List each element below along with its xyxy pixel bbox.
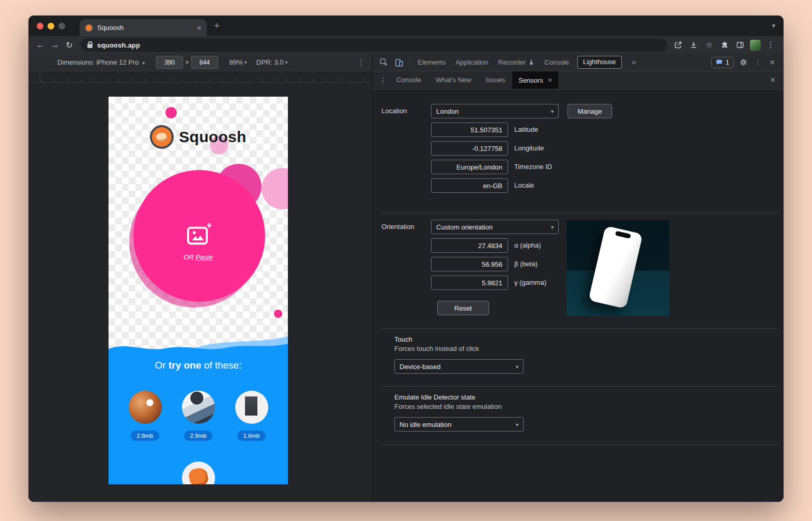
pink-dot-decoration (165, 107, 177, 118)
zoom-dropdown[interactable]: 89% ▾ (229, 58, 247, 66)
close-window-button[interactable] (37, 23, 43, 29)
url-field[interactable]: squoosh.app (81, 38, 667, 52)
console-messages-badge[interactable]: 1 (711, 57, 734, 68)
browser-tab-squoosh[interactable]: Squoosh × (80, 19, 207, 36)
reload-button[interactable]: ↻ (63, 38, 76, 52)
devtools-close-icon[interactable]: × (765, 55, 779, 70)
tab-search-chevron-icon[interactable]: ▾ (772, 22, 775, 29)
viewport-width-input[interactable] (156, 56, 183, 69)
new-tab-button[interactable]: + (214, 20, 220, 32)
tab-elements[interactable]: Elements (413, 54, 450, 71)
idle-detector-description: Forces selected idle state emulation (394, 403, 501, 411)
drawer-tab-whats-new[interactable]: What's New (428, 71, 479, 89)
message-count: 1 (726, 59, 729, 66)
locale-input[interactable] (431, 178, 508, 193)
tab-lighthouse[interactable]: Lighthouse (577, 56, 622, 69)
idle-emulation-select[interactable]: No idle emulation ▾ (394, 417, 524, 432)
longitude-input[interactable] (431, 141, 508, 156)
reset-button[interactable]: Reset (437, 301, 489, 315)
emulation-menu-kebab-icon[interactable]: ⋮ (357, 58, 365, 67)
browser-content: Dimensions: iPhone 12 Pro ▾ × 89% ▾ DPR:… (28, 54, 784, 502)
profile-avatar[interactable] (750, 40, 761, 51)
inspect-element-icon[interactable] (377, 55, 391, 70)
tab-application[interactable]: Application (451, 54, 493, 71)
chevron-down-icon: ▾ (516, 364, 518, 370)
tab-strip: Squoosh × + ▾ (28, 16, 784, 36)
drawer-tab-console[interactable]: Console (389, 71, 428, 89)
browser-menu-kebab-icon[interactable]: ⋮ (765, 39, 776, 51)
drawer-close-icon[interactable]: × (770, 75, 779, 85)
devtools-menu-kebab-icon[interactable]: ⋮ (750, 55, 765, 70)
orientation-value: Custom orientation (436, 223, 493, 231)
install-app-icon[interactable] (688, 39, 699, 51)
sample-photo-phone[interactable] (235, 391, 268, 424)
alpha-input[interactable] (431, 238, 508, 253)
location-select[interactable]: London ▾ (431, 104, 559, 118)
browser-window: Squoosh × + ▾ ← → ↻ squoosh.app ☆ (28, 16, 784, 502)
devtools-main-tabbar: Elements Application Recorder Console Li… (373, 54, 784, 71)
drawer-tab-sensors[interactable]: Sensors × (512, 71, 558, 89)
chevron-down-icon: ▾ (285, 59, 288, 65)
touch-title: Touch (394, 335, 412, 344)
share-icon[interactable] (672, 39, 684, 51)
chevron-down-icon: ▾ (516, 422, 518, 427)
idle-emulation-value: No idle emulation (400, 421, 451, 428)
tab-console[interactable]: Console (540, 54, 574, 71)
touch-description: Forces touch instead of click (394, 345, 479, 353)
side-panel-icon[interactable] (734, 39, 746, 51)
squoosh-logo: Squoosh (109, 125, 288, 149)
beta-label: β (beta) (514, 257, 538, 271)
tab-close-icon[interactable]: × (197, 23, 202, 32)
section-divider (380, 445, 778, 445)
device-toolbar-toggle-icon[interactable] (392, 55, 406, 70)
sample-phone[interactable]: 1.6mb (235, 391, 268, 441)
blue-wave-decoration (109, 333, 288, 355)
size-badge: 2.9mb (184, 431, 213, 441)
devtools-topbar-actions: 1 ⋮ × (709, 55, 779, 70)
tab-title: Squoosh (97, 24, 193, 32)
touch-select[interactable]: Device-based ▾ (394, 359, 524, 374)
sensors-panel: Location London ▾ Manage Latitude Longit… (373, 89, 784, 502)
devtools-panel: Elements Application Recorder Console Li… (372, 54, 784, 502)
or-paste-line: OR Paste (109, 253, 288, 261)
orientation-select[interactable]: Custom orientation ▾ (431, 220, 559, 234)
sample-photo-artist[interactable] (182, 391, 215, 424)
image-upload-icon[interactable]: + (186, 224, 210, 246)
size-badge: 1.6mb (237, 431, 266, 441)
extensions-puzzle-icon[interactable] (719, 39, 730, 51)
recorder-label: Recorder (498, 58, 526, 66)
more-tabs-icon[interactable]: » (627, 54, 641, 71)
sample-red-panda[interactable]: 2.8mb (129, 391, 162, 441)
squoosh-favicon-icon (85, 24, 93, 32)
dpr-dropdown[interactable]: DPR: 3.0 ▾ (256, 58, 288, 66)
back-button[interactable]: ← (34, 38, 47, 52)
manage-button[interactable]: Manage (568, 104, 612, 118)
drawer-tab-issues[interactable]: Issues (479, 71, 513, 89)
settings-gear-icon[interactable] (736, 55, 750, 70)
tab-recorder[interactable]: Recorder (494, 58, 539, 66)
gamma-input[interactable] (431, 275, 508, 290)
sensors-tab-close-icon[interactable]: × (548, 76, 552, 84)
orientation-phone-preview[interactable] (566, 220, 669, 316)
sample-photo-red-panda[interactable] (129, 391, 162, 424)
secure-lock-icon[interactable] (87, 44, 93, 48)
viewport-height-input[interactable] (191, 56, 218, 69)
alpha-label: α (alpha) (514, 238, 541, 253)
dimension-inputs: × (154, 56, 220, 69)
bookmark-star-icon[interactable]: ☆ (703, 39, 715, 51)
sample-artist[interactable]: 2.9mb (182, 391, 215, 441)
zoom-window-button[interactable] (58, 23, 65, 29)
small-pink-dot-decoration (274, 310, 282, 318)
dpr-value: DPR: 3.0 (256, 58, 284, 66)
drawer-menu-kebab-icon[interactable]: ⋮ (377, 76, 389, 84)
section-divider (380, 213, 778, 213)
try-suffix: of these: (201, 360, 241, 371)
paste-link[interactable]: Paste (195, 253, 212, 261)
forward-button[interactable]: → (48, 38, 62, 52)
beta-input[interactable] (431, 257, 508, 271)
dimensions-dropdown[interactable]: Dimensions: iPhone 12 Pro ▾ (57, 58, 145, 66)
squoosh-logo-icon (150, 125, 174, 149)
minimize-window-button[interactable] (48, 23, 54, 29)
timezone-input[interactable] (431, 160, 508, 174)
latitude-input[interactable] (431, 122, 508, 137)
